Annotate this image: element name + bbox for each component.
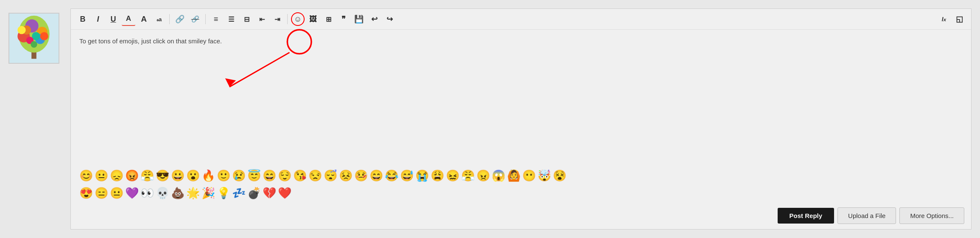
emoji-sad[interactable]: 😢: [232, 168, 246, 183]
avatar-section: [8, 8, 64, 230]
emoji-😮[interactable]: 😮: [186, 168, 200, 183]
emoji-smile2[interactable]: 🙂: [217, 168, 230, 183]
svg-marker-15: [225, 78, 236, 87]
emoji-kiss[interactable]: 😘: [293, 168, 307, 183]
redo-button[interactable]: ↪: [383, 12, 396, 26]
emoji-bulb[interactable]: 💡: [217, 185, 230, 201]
emoji-bomb[interactable]: 💣: [247, 185, 261, 201]
emoji-grin[interactable]: 😄: [263, 168, 276, 183]
emoji-broken-heart[interactable]: 💔: [263, 185, 276, 201]
emoji-panel-row2: 😍 😑 😐 💜 👀 💀 💩 🌟 🎉 💡 💤 💣 💔 ❤️: [71, 185, 971, 202]
svg-point-10: [17, 26, 25, 34]
emoji-😀[interactable]: 😀: [171, 168, 185, 183]
emoji-button[interactable]: ☺: [291, 12, 305, 26]
link-button[interactable]: 🔗: [173, 12, 187, 26]
emoji-poop[interactable]: 💩: [171, 185, 185, 201]
clear-format-button[interactable]: Ix: [937, 12, 951, 26]
italic-button[interactable]: I: [91, 12, 105, 26]
table-button[interactable]: ⊞: [322, 12, 335, 26]
unlink-button[interactable]: 🔗: [188, 12, 202, 26]
more-options-button[interactable]: More Options...: [899, 207, 964, 224]
emoji-laugh[interactable]: 😄: [370, 168, 383, 183]
bold-button[interactable]: B: [76, 12, 90, 26]
toolbar: B I U A A ₐa 🔗 🔗 ≡ ☰ ⊟ ⇤: [71, 9, 971, 30]
emoji-rofl[interactable]: 😂: [385, 168, 398, 183]
editor-section: B I U A A ₐa 🔗 🔗 ≡ ☰ ⊟ ⇤: [70, 8, 972, 230]
save-button[interactable]: 💾: [352, 12, 366, 26]
editor-content-area[interactable]: To get tons of emojis, just click on tha…: [71, 30, 971, 164]
footer-buttons: Post Reply Upload a File More Options...: [71, 202, 971, 229]
separator-3: [287, 14, 288, 24]
emoji-expressionless[interactable]: 😑: [95, 185, 108, 201]
main-container: B I U A A ₐa 🔗 🔗 ≡ ☰ ⊟ ⇤: [0, 0, 980, 238]
emoji-😡[interactable]: 😡: [125, 168, 139, 183]
avatar: [8, 13, 59, 64]
separator-2: [205, 14, 206, 24]
source-button[interactable]: ◱: [952, 12, 966, 26]
indent-decrease-button[interactable]: ⇤: [255, 12, 269, 26]
emoji-relieved[interactable]: 😌: [278, 168, 291, 183]
emoji-sweat-smile[interactable]: 😅: [400, 168, 414, 183]
emoji-sleep[interactable]: 😴: [324, 168, 337, 183]
emoji-explode[interactable]: 🤯: [538, 168, 551, 183]
emoji-sick[interactable]: 🤒: [354, 168, 368, 183]
emoji-ok[interactable]: 🙆: [507, 168, 521, 183]
emoji-neutral[interactable]: 😐: [110, 185, 123, 201]
emoji-scream[interactable]: 😱: [492, 168, 505, 183]
separator-1: [169, 14, 170, 24]
font-size-small-button[interactable]: ₐa: [152, 12, 166, 26]
ordered-list-button[interactable]: ⊟: [240, 12, 253, 26]
emoji-grimace[interactable]: 😖: [446, 168, 459, 183]
emoji-persevere[interactable]: 😣: [339, 168, 353, 183]
undo-button[interactable]: ↩: [367, 12, 381, 26]
emoji-unamused[interactable]: 😒: [308, 168, 322, 183]
emoji-😤[interactable]: 😤: [140, 168, 154, 183]
emoji-dizzy[interactable]: 😵: [553, 168, 566, 183]
emoji-angry2[interactable]: 😤: [461, 168, 475, 183]
indent-increase-button[interactable]: ⇥: [270, 12, 284, 26]
font-color-button[interactable]: A: [122, 12, 135, 26]
font-size-large-button[interactable]: A: [137, 12, 151, 26]
emoji-heart-eyes[interactable]: 😍: [79, 185, 93, 201]
emoji-zzz[interactable]: 💤: [232, 185, 246, 201]
emoji-panel: 😊 😐 😞 😡 😤 😎 😀 😮 🔥 🙂 😢 😇 😄 😌 😘 😒 😴 😣 🤒 😄 …: [71, 164, 971, 185]
emoji-eyes[interactable]: 👀: [140, 185, 154, 201]
emoji-purple-heart[interactable]: 💜: [125, 185, 139, 201]
svg-line-14: [230, 53, 289, 87]
emoji-red-heart[interactable]: ❤️: [278, 185, 291, 201]
emoji-😐[interactable]: 😐: [95, 168, 108, 183]
bullet-list-button[interactable]: ☰: [224, 12, 238, 26]
emoji-no-mouth[interactable]: 😶: [522, 168, 536, 183]
emoji-sun[interactable]: 🌟: [186, 185, 200, 201]
post-reply-button[interactable]: Post Reply: [778, 208, 834, 224]
emoji-party[interactable]: 🎉: [202, 185, 215, 201]
image-button[interactable]: 🖼: [306, 12, 320, 26]
editor-text: To get tons of emojis, just click on tha…: [79, 37, 963, 46]
emoji-weary[interactable]: 😩: [431, 168, 444, 183]
emoji-😞[interactable]: 😞: [110, 168, 123, 183]
emoji-skull[interactable]: 💀: [156, 185, 169, 201]
underline-button[interactable]: U: [106, 12, 120, 26]
align-button[interactable]: ≡: [209, 12, 223, 26]
emoji-😎[interactable]: 😎: [156, 168, 169, 183]
svg-point-12: [31, 41, 37, 48]
emoji-rage[interactable]: 😠: [476, 168, 490, 183]
svg-point-11: [40, 32, 48, 40]
emoji-😊[interactable]: 😊: [79, 168, 93, 183]
blockquote-button[interactable]: ❞: [337, 12, 350, 26]
emoji-cry[interactable]: 😭: [415, 168, 429, 183]
emoji-fire[interactable]: 🔥: [202, 168, 215, 183]
upload-file-button[interactable]: Upload a File: [837, 207, 896, 224]
emoji-angel[interactable]: 😇: [247, 168, 261, 183]
